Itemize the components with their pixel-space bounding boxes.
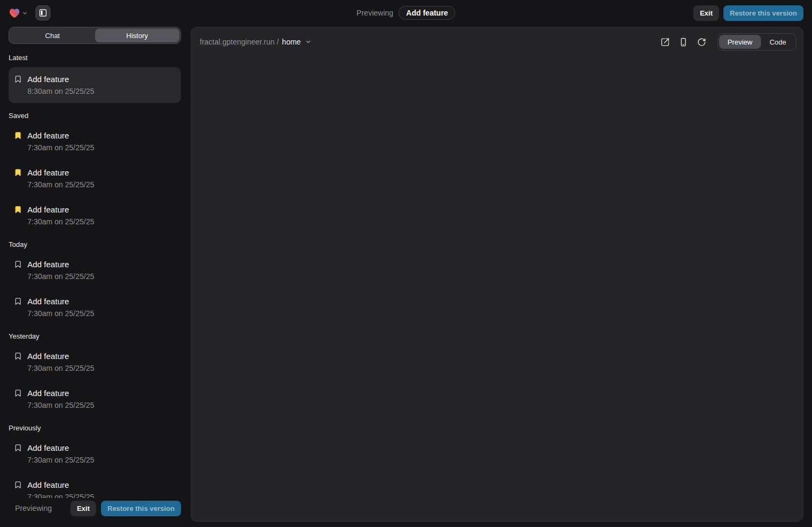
history-item-title: Add feature [27,74,95,85]
history-sidebar: ChatHistory Latest Add feature 8:30am on… [9,27,181,522]
preview-header: fractal.gptengineer.run / home [191,31,803,53]
url-page-name: home [282,38,301,46]
bookmark-icon [14,260,22,268]
history-item-title: Add feature [27,167,95,178]
history-item[interactable]: Add feature 7:30am on 25/25/25 [9,254,181,287]
bookmark-filled-icon [14,131,22,140]
toggle-preview[interactable]: Preview [719,35,761,49]
section-header-saved: Saved [9,112,181,120]
history-item[interactable]: Add feature 7:30am on 25/25/25 [9,346,181,378]
footer-previewing-label: Previewing [15,504,52,513]
section-header-yesterday: Yesterday [9,332,181,340]
history-item-timestamp: 7:30am on 25/25/25 [27,179,95,190]
history-item[interactable]: Add feature 7:30am on 25/25/25 [9,162,181,195]
bookmark-icon [14,481,22,489]
history-item-timestamp: 7:30am on 25/25/25 [27,363,95,374]
app-logo-menu[interactable] [9,8,28,18]
history-item[interactable]: Add feature 7:30am on 25/25/25 [9,125,181,158]
bookmark-icon [14,75,22,83]
history-item[interactable]: Add feature 7:30am on 25/25/25 [9,437,181,470]
history-item-title: Add feature [27,296,95,307]
mobile-view-button[interactable] [676,34,692,50]
page-url-selector[interactable]: fractal.gptengineer.run / home [200,38,311,46]
toggle-code[interactable]: Code [761,35,795,49]
preview-panel: fractal.gptengineer.run / home [191,27,803,522]
history-item[interactable]: Add feature 7:30am on 25/25/25 [9,474,181,498]
tab-chat[interactable]: Chat [10,28,95,42]
bookmark-icon [14,444,22,452]
previewing-status-label: Previewing [357,9,393,17]
refresh-button[interactable] [694,34,710,50]
history-item-title: Add feature [27,259,95,270]
version-name-badge: Add feature [398,6,455,20]
sidebar-footer: Previewing Exit Restore this version [9,498,181,522]
bookmark-icon [14,297,22,305]
section-header-latest: Latest [9,54,181,62]
history-item-title: Add feature [27,387,95,399]
chevron-down-icon [305,39,311,45]
exit-button[interactable]: Exit [693,5,719,21]
history-item[interactable]: Add feature 7:30am on 25/25/25 [9,199,181,232]
history-item-title: Add feature [27,442,95,453]
external-link-icon [661,38,670,47]
history-list: Latest Add feature 8:30am on 25/25/25 Sa… [9,44,181,498]
panel-left-icon [39,9,47,17]
bookmark-filled-icon [14,169,22,177]
history-item-title: Add feature [27,479,95,491]
workspace: ChatHistory Latest Add feature 8:30am on… [0,26,812,522]
sidebar-tabs: ChatHistory [9,27,181,44]
top-bar: Previewing Add feature Exit Restore this… [0,0,812,26]
section-header-today: Today [9,240,181,248]
preview-code-toggle: PreviewCode [717,33,796,50]
history-item-title: Add feature [27,130,95,141]
history-item-timestamp: 7:30am on 25/25/25 [27,400,95,411]
tab-history[interactable]: History [95,28,180,42]
history-item-timestamp: 8:30am on 25/25/25 [27,86,95,97]
history-item-title: Add feature [27,350,95,362]
history-item-title: Add feature [27,204,95,215]
footer-exit-button[interactable]: Exit [70,501,96,516]
history-item-timestamp: 7:30am on 25/25/25 [27,492,95,498]
open-in-new-tab-button[interactable] [657,34,673,50]
url-domain: fractal.gptengineer.run / [200,38,279,46]
restore-version-button[interactable]: Restore this version [723,5,803,21]
history-item-timestamp: 7:30am on 25/25/25 [27,271,95,282]
smartphone-icon [679,38,688,47]
preview-content[interactable] [191,53,803,521]
history-item[interactable]: Add feature 8:30am on 25/25/25 [9,67,181,103]
history-item-timestamp: 7:30am on 25/25/25 [27,216,95,227]
bookmark-icon [14,389,22,397]
bookmark-icon [14,352,22,360]
history-item-timestamp: 7:30am on 25/25/25 [27,142,95,153]
section-header-previously: Previously [9,424,181,432]
history-item[interactable]: Add feature 7:30am on 25/25/25 [9,291,181,324]
heart-logo-icon [9,8,20,18]
history-item-timestamp: 7:30am on 25/25/25 [27,455,95,465]
history-item-timestamp: 7:30am on 25/25/25 [27,308,95,319]
chevron-down-icon [22,10,28,16]
sidebar-toggle-button[interactable] [35,5,50,20]
footer-restore-version-button[interactable]: Restore this version [101,501,181,516]
bookmark-filled-icon [14,206,22,214]
refresh-icon [697,38,706,47]
history-item[interactable]: Add feature 7:30am on 25/25/25 [9,383,181,415]
